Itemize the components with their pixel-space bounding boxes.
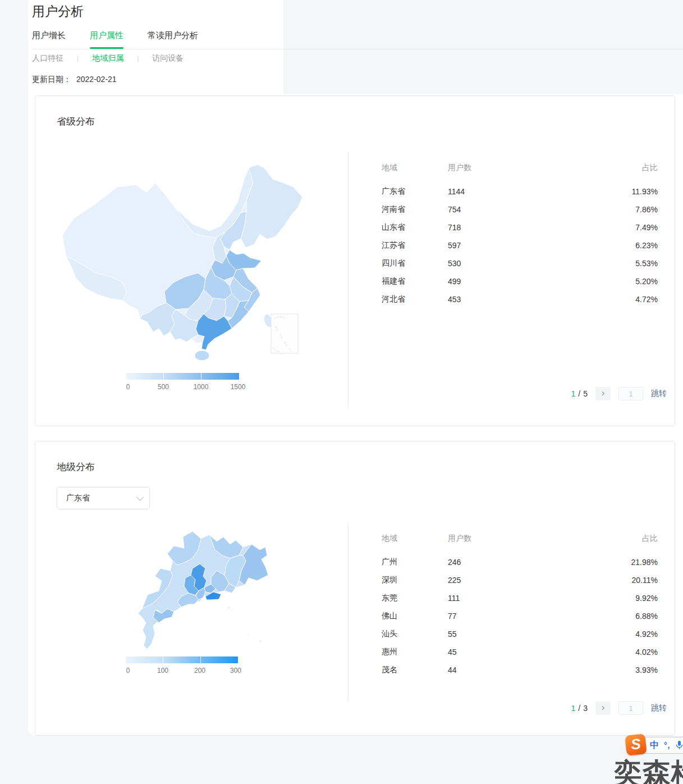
legend-tick: 500	[158, 383, 169, 391]
table-header-row: 地域 用户数 占比	[382, 534, 658, 542]
cell-users: 225	[448, 576, 632, 585]
update-date-value: 2022-02-21	[76, 75, 117, 84]
cell-region: 河南省	[382, 204, 448, 215]
table-body: 广东省 1144 11.93% 河南省 754 7.86% 山东省 718 7.…	[382, 183, 658, 308]
cell-users: 55	[448, 630, 635, 639]
subtab-separator: |	[137, 54, 139, 62]
guangdong-choropleth-map[interactable]	[89, 525, 296, 659]
table-header-row: 地域 用户数 占比	[382, 163, 658, 171]
cell-users: 530	[448, 259, 635, 268]
table-row: 汕头 55 4.92%	[382, 625, 658, 643]
jump-link[interactable]: 跳转	[651, 703, 667, 713]
table-row: 四川省 530 5.53%	[382, 254, 658, 272]
map-legend-ticks: 0 500 1000 1500	[126, 383, 239, 391]
total-pages: 5	[583, 389, 588, 398]
cell-share: 6.88%	[635, 612, 658, 621]
chevron-down-icon	[136, 494, 144, 501]
city-distribution-card: 地级分布 广东省	[35, 441, 675, 736]
cell-share: 4.92%	[635, 630, 658, 639]
cell-share: 5.53%	[635, 259, 658, 268]
cell-share: 21.98%	[631, 558, 658, 567]
col-users: 用户数	[448, 534, 642, 542]
watermark-text: 奕森格	[614, 755, 683, 784]
update-date-row: 更新日期：2022-02-21	[32, 75, 117, 85]
cell-share: 7.49%	[635, 223, 658, 232]
province-table: 地域 用户数 占比 广东省 1144 11.93% 河南省 754 7.86%	[382, 163, 658, 308]
col-users: 用户数	[448, 163, 642, 171]
tab-user-attributes[interactable]: 用户属性	[90, 30, 123, 49]
legend-tick: 1000	[194, 383, 209, 391]
update-date-label: 更新日期：	[32, 75, 71, 84]
table-body: 广州 246 21.98% 深圳 225 20.11% 东莞 111 9.92%	[382, 553, 658, 679]
city-card-title: 地级分布	[57, 461, 95, 473]
cell-region: 福建省	[382, 276, 448, 286]
page-jump-input[interactable]	[618, 701, 643, 715]
table-row: 东莞 111 9.92%	[382, 589, 658, 607]
sogou-ime-logo-icon[interactable]: S	[625, 733, 647, 756]
page-separator: /	[578, 704, 580, 713]
cell-users: 754	[448, 205, 635, 214]
cell-share: 6.23%	[635, 241, 658, 250]
province-select[interactable]: 广东省	[57, 487, 150, 509]
col-region: 地域	[382, 534, 448, 542]
cell-region: 惠州	[382, 647, 448, 657]
main-tabs: 用户增长 用户属性 常读用户分析	[32, 30, 222, 49]
col-region: 地域	[382, 163, 448, 171]
page-jump-input[interactable]	[618, 387, 643, 400]
cell-share: 11.93%	[632, 187, 658, 196]
subtab-separator: |	[77, 54, 79, 62]
cell-share: 3.93%	[635, 666, 658, 674]
cell-users: 1144	[448, 187, 632, 196]
china-choropleth-map[interactable]	[51, 152, 320, 368]
map-legend-ticks: 0 100 200 300	[126, 667, 238, 674]
cell-region: 深圳	[382, 575, 448, 585]
map-legend-gradient	[126, 657, 238, 663]
tabbar-divider	[32, 49, 683, 49]
table-row: 深圳 225 20.11%	[382, 571, 658, 589]
table-row: 佛山 77 6.88%	[382, 607, 658, 625]
legend-tick: 0	[126, 383, 130, 391]
subtab-demographics[interactable]: 人口特征	[32, 53, 63, 63]
table-row: 河南省 754 7.86%	[382, 200, 658, 218]
cell-region: 佛山	[382, 611, 448, 621]
cell-share: 5.20%	[635, 277, 658, 286]
cell-region: 东莞	[382, 593, 448, 603]
ime-toolbar: S 中 °,	[629, 737, 683, 754]
table-row: 河北省 453 4.72%	[382, 290, 658, 308]
cell-users: 597	[448, 241, 635, 250]
next-page-button[interactable]: ›	[595, 387, 611, 400]
cell-region: 四川省	[382, 258, 448, 268]
next-page-button[interactable]: ›	[595, 701, 611, 715]
south-china-sea-inset	[271, 314, 298, 353]
table-row: 福建省 499 5.20%	[382, 272, 658, 290]
table-row: 广州 246 21.98%	[382, 553, 658, 571]
subtab-region[interactable]: 地域归属	[92, 53, 123, 63]
col-share: 占比	[642, 534, 658, 542]
col-share: 占比	[642, 163, 658, 171]
cell-users: 499	[448, 277, 635, 286]
cell-region: 汕头	[382, 629, 448, 639]
cell-users: 44	[448, 666, 635, 674]
cell-region: 山东省	[382, 222, 448, 233]
table-row: 山东省 718 7.49%	[382, 218, 658, 236]
legend-tick: 100	[157, 667, 168, 674]
user-analysis-page: 用户分析 用户增长 用户属性 常读用户分析 人口特征 | 地域归属 | 访问设备…	[0, 0, 683, 784]
tab-user-growth[interactable]: 用户增长	[32, 30, 66, 49]
cell-region: 广州	[382, 557, 448, 567]
card-divider	[348, 523, 349, 703]
ime-mode-toggle[interactable]: 中	[650, 740, 659, 751]
cell-users: 111	[448, 594, 635, 603]
total-pages: 3	[583, 704, 588, 713]
table-row: 茂名 44 3.93%	[382, 661, 658, 679]
cell-users: 77	[448, 612, 635, 621]
legend-tick: 200	[194, 667, 205, 674]
subtab-devices[interactable]: 访问设备	[152, 53, 184, 63]
ime-punctuation-toggle[interactable]: °,	[664, 741, 671, 750]
cell-region: 广东省	[382, 186, 448, 197]
tab-regular-readers[interactable]: 常读用户分析	[148, 30, 198, 49]
sub-tabs: 人口特征 | 地域归属 | 访问设备	[32, 53, 184, 63]
microphone-icon[interactable]	[676, 741, 683, 750]
cell-share: 7.86%	[635, 205, 658, 214]
jump-link[interactable]: 跳转	[651, 389, 667, 399]
cell-users: 246	[448, 558, 631, 567]
